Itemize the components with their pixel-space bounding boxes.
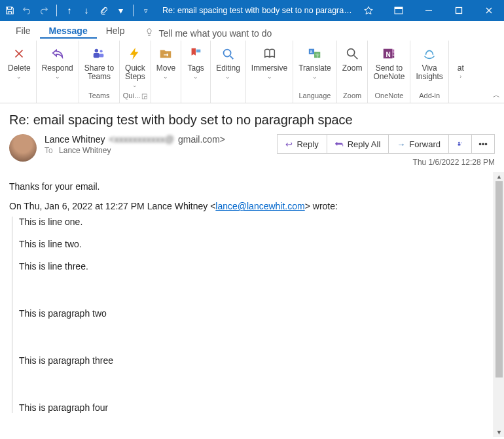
menu-help[interactable]: Help xyxy=(97,23,134,39)
message-actions: ↩Reply ⮪Reply All →Forward ••• xyxy=(277,134,495,154)
translate-icon: a字 xyxy=(306,44,324,63)
to-recipient: Lance Whitney xyxy=(59,146,111,155)
separator xyxy=(56,5,57,16)
group-immersive: Immersive⌄ xyxy=(246,41,293,103)
group-quick-steps: Quick Steps⌄ Qui...◲ xyxy=(120,41,151,103)
previous-item-icon[interactable]: ↑ xyxy=(63,5,75,16)
group-zoom: Zoom Zoom xyxy=(337,41,369,103)
tags-icon xyxy=(187,44,205,63)
scroll-up-icon[interactable]: ▲ xyxy=(494,172,504,181)
reply-all-icon: ⮪ xyxy=(335,139,344,149)
attach-icon[interactable] xyxy=(98,5,109,16)
teams-chat-button[interactable] xyxy=(448,134,472,154)
save-icon[interactable] xyxy=(4,5,16,16)
group-language: a字Translate⌄ Language xyxy=(293,41,337,103)
quoted-line: This is line two. xyxy=(19,239,495,249)
scroll-down-icon[interactable]: ▼ xyxy=(494,428,504,437)
sender-name: Lance Whitney xyxy=(45,134,105,145)
menu-message[interactable]: Message xyxy=(40,23,97,39)
share-to-teams-button[interactable]: Share to Teams xyxy=(81,43,118,82)
next-item-icon[interactable]: ↓ xyxy=(81,5,92,16)
quoted-line: This is paragraph three xyxy=(19,355,495,366)
lightbulb-icon xyxy=(145,27,154,39)
reply-all-button[interactable]: ⮪Reply All xyxy=(327,134,389,154)
svg-rect-6 xyxy=(94,53,99,58)
sender-domain: gmail.com> xyxy=(178,134,225,145)
reply-icon: ↩ xyxy=(285,139,293,149)
titlebar: ↑ ↓ ▾ ▿ Re: email spacing test with body… xyxy=(0,0,504,21)
forward-button[interactable]: →Forward xyxy=(388,134,449,154)
quoted-line: This is paragraph four xyxy=(19,402,495,413)
respond-button[interactable]: Respond⌄ xyxy=(38,43,77,82)
translate-button[interactable]: a字Translate⌄ xyxy=(295,43,335,82)
onenote-icon: N xyxy=(380,44,398,63)
quick-steps-button[interactable]: Quick Steps⌄ xyxy=(121,43,149,90)
message-body-wrap: Thanks for your email. On Thu, Jan 6, 20… xyxy=(0,172,504,437)
close-button[interactable] xyxy=(474,0,504,21)
more-actions-button[interactable]: ••• xyxy=(471,134,495,154)
tell-me-label: Tell me what you want to do xyxy=(159,28,272,39)
teams-small-icon xyxy=(457,139,463,149)
group-onenote: NSend to OneNote OneNote xyxy=(368,41,410,103)
menubar: File Message Help Tell me what you want … xyxy=(0,21,504,39)
svg-point-4 xyxy=(95,49,99,53)
customize-qat-icon[interactable]: ▿ xyxy=(140,5,152,16)
group-delete: Delete⌄ xyxy=(3,41,37,103)
editing-icon xyxy=(219,44,237,63)
menu-file[interactable]: File xyxy=(7,23,40,39)
move-icon xyxy=(156,44,175,63)
immersive-button[interactable]: Immersive⌄ xyxy=(247,43,291,82)
svg-text:a: a xyxy=(310,49,313,54)
to-label: To xyxy=(45,146,53,155)
message-header: Lance Whitney <xxxxxxxxxxx@gmail.com> To… xyxy=(0,132,504,172)
delete-button[interactable]: Delete⌄ xyxy=(4,43,35,82)
svg-rect-24 xyxy=(458,144,461,146)
svg-point-5 xyxy=(100,50,103,52)
coming-soon-icon[interactable] xyxy=(353,0,384,21)
scroll-thumb[interactable] xyxy=(495,181,503,378)
svg-text:N: N xyxy=(386,51,391,58)
tags-button[interactable]: Tags⌄ xyxy=(183,43,209,82)
svg-line-10 xyxy=(230,56,234,60)
overflow-button[interactable]: at› xyxy=(450,43,471,82)
subject-bar: Re: email spacing test with body set to … xyxy=(0,103,504,132)
dialog-launcher-icon[interactable]: ◲ xyxy=(141,92,147,99)
svg-rect-20 xyxy=(393,52,395,55)
group-overflow: at› xyxy=(449,41,473,103)
zoom-button[interactable]: Zoom xyxy=(338,43,367,74)
group-addin: Viva Insights Add-in xyxy=(410,41,448,103)
svg-point-15 xyxy=(348,49,355,56)
separator xyxy=(133,5,134,16)
editing-button[interactable]: Editing⌄ xyxy=(212,43,244,82)
maximize-button[interactable] xyxy=(444,0,474,21)
teams-icon xyxy=(90,44,108,63)
sender-email: <xxxxxxxxxxx@ xyxy=(109,134,174,145)
move-button[interactable]: Move⌄ xyxy=(153,43,179,82)
send-to-onenote-button[interactable]: NSend to OneNote xyxy=(369,43,408,82)
svg-rect-7 xyxy=(99,54,103,58)
group-respond: Respond⌄ xyxy=(37,41,79,103)
tell-me-search[interactable]: Tell me what you want to do xyxy=(145,27,272,39)
vertical-scrollbar[interactable]: ▲ ▼ xyxy=(494,172,504,437)
viva-insights-button[interactable]: Viva Insights xyxy=(412,43,446,82)
delete-icon xyxy=(10,44,28,63)
collapse-ribbon-icon[interactable]: ︿ xyxy=(493,90,500,100)
minimize-button[interactable] xyxy=(414,0,444,21)
svg-rect-1 xyxy=(395,7,403,9)
svg-rect-19 xyxy=(393,50,395,52)
avatar[interactable] xyxy=(9,134,37,162)
viva-icon xyxy=(420,44,439,63)
attach-dropdown-icon[interactable]: ▾ xyxy=(115,5,126,16)
quoted-line: This is line one. xyxy=(19,217,495,227)
reply-button[interactable]: ↩Reply xyxy=(277,134,327,154)
body-line: Thanks for your email. xyxy=(9,181,495,192)
undo-icon[interactable] xyxy=(21,5,33,16)
svg-rect-3 xyxy=(456,8,462,14)
redo-icon[interactable] xyxy=(38,5,50,16)
group-tags: Tags⌄ xyxy=(181,41,211,103)
svg-line-16 xyxy=(354,56,358,60)
group-move: Move⌄ xyxy=(151,41,181,103)
svg-point-23 xyxy=(461,143,462,144)
quoted-email-link[interactable]: lance@lancewhit.com xyxy=(215,201,304,211)
ribbon-display-icon[interactable] xyxy=(384,0,414,21)
